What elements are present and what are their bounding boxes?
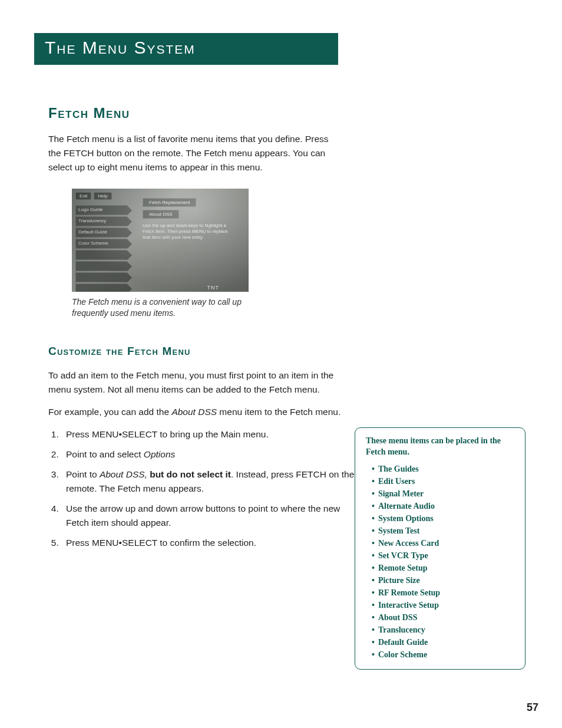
text-run: Point to and select [66, 449, 144, 459]
customize-para-2: For example, you can add the About DSS m… [48, 405, 343, 419]
sidebar-item: About DSS [372, 611, 515, 624]
page-number: 57 [527, 701, 538, 714]
sidebar-fetch-items: These menu items can be placed in the Fe… [355, 427, 525, 670]
tv-panel-title: Fetch Replacement [143, 198, 196, 207]
step-1: Press MENU•SELECT to bring up the Main m… [61, 427, 362, 442]
intro-paragraph: The Fetch menu is a list of favorite men… [48, 132, 343, 174]
tv-left-item [75, 261, 127, 271]
sidebar-item: Edit Users [372, 475, 515, 487]
chapter-title: The Menu System [34, 33, 338, 65]
text-run: menu item to the Fetch menu. [217, 407, 340, 417]
customize-para-1: To add an item to the Fetch menu, you mu… [48, 368, 343, 397]
text-italic: Options [144, 449, 175, 459]
tv-hint-text: Use the up and down keys to highlight a … [143, 223, 237, 241]
sidebar-item: Set VCR Type [372, 549, 515, 562]
sidebar-item: System Options [372, 512, 515, 525]
tv-left-list: Logo Guide Translucency Default Guide Co… [75, 205, 127, 292]
sidebar-item: RF Remote Setup [372, 587, 515, 599]
tv-help-button: Help [94, 192, 111, 200]
text-run: Point to [66, 469, 100, 479]
sidebar-item: Color Scheme [372, 648, 515, 661]
tv-channel-logo: TNT [207, 285, 220, 291]
section-heading-fetch: Fetch Menu [48, 105, 527, 121]
tv-left-item: Default Guide [75, 228, 127, 238]
sidebar-item: System Test [372, 525, 515, 537]
step-5: Press MENU•SELECT to confirm the selecti… [61, 536, 362, 550]
section-heading-customize: Customize the Fetch Menu [48, 345, 527, 358]
sidebar-item: New Access Card [372, 537, 515, 549]
sidebar-item: Translucency [372, 624, 515, 636]
step-2: Point to and select Options [61, 447, 362, 462]
text-bold: but do not select it [147, 469, 231, 479]
tv-about-dss-pill: About DSS [143, 210, 179, 219]
tv-left-item: Color Scheme [75, 239, 127, 249]
sidebar-item: Alternate Audio [372, 500, 515, 512]
tv-exit-button: Exit [75, 192, 91, 200]
text-italic: About DSS, [100, 469, 147, 479]
sidebar-intro: These menu items can be placed in the Fe… [366, 435, 515, 458]
tv-left-item: Translucency [75, 216, 127, 226]
sidebar-item: Picture Size [372, 574, 515, 587]
text-run: For example, you can add the [48, 407, 171, 417]
tv-left-item [75, 284, 127, 292]
steps-list: Press MENU•SELECT to bring up the Main m… [48, 427, 362, 550]
sidebar-item: Signal Meter [372, 487, 515, 500]
tv-left-item: Logo Guide [75, 205, 127, 215]
sidebar-item: The Guides [372, 463, 515, 475]
figure-caption: The Fetch menu is a convenient way to ca… [72, 297, 260, 319]
fetch-menu-illustration: Exit Help Logo Guide Translucency Defaul… [72, 189, 249, 292]
tv-left-item [75, 250, 127, 260]
tv-left-item [75, 272, 127, 282]
sidebar-item: Interactive Setup [372, 599, 515, 611]
step-4: Use the arrow up and down arrow buttons … [61, 502, 362, 530]
sidebar-item: Remote Setup [372, 562, 515, 574]
step-3: Point to About DSS, but do not select it… [61, 467, 362, 496]
sidebar-item: Default Guide [372, 636, 515, 648]
sidebar-list: The Guides Edit Users Signal Meter Alter… [366, 463, 515, 661]
text-italic: About DSS [171, 407, 217, 417]
